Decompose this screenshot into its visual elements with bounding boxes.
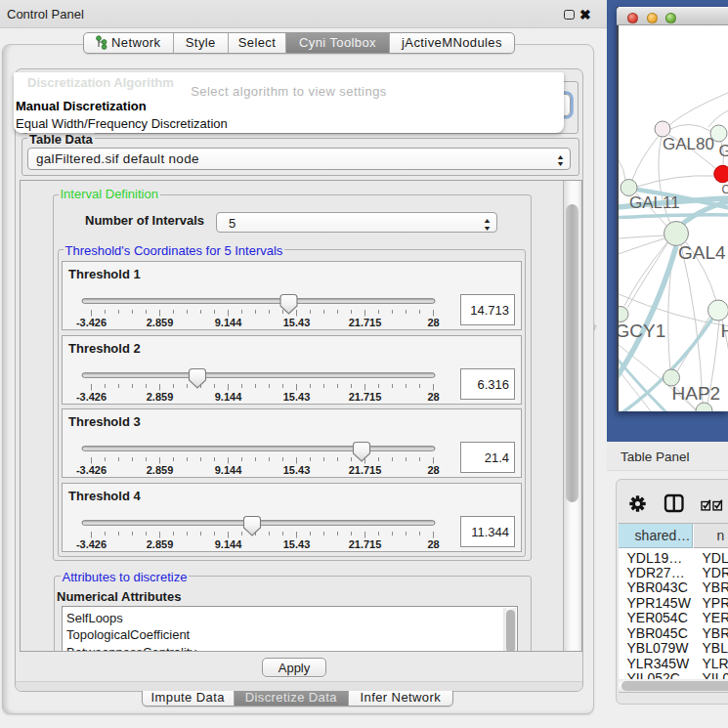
svg-text:-3.426: -3.426 <box>76 464 107 476</box>
svg-text:HAP2: HAP2 <box>672 383 721 404</box>
svg-text:21.715: 21.715 <box>349 538 382 550</box>
svg-text:15.43: 15.43 <box>283 317 311 328</box>
svg-text:GA: GA <box>719 141 728 159</box>
svg-text:-3.426: -3.426 <box>76 317 107 328</box>
svg-text:28: 28 <box>427 464 439 476</box>
svg-text:28: 28 <box>427 317 439 328</box>
svg-text:2.859: 2.859 <box>147 538 174 550</box>
svg-text:9.144: 9.144 <box>215 538 242 550</box>
svg-text:-3.426: -3.426 <box>76 391 107 403</box>
svg-text:GCY1: GCY1 <box>619 321 665 341</box>
svg-text:21.715: 21.715 <box>349 317 382 328</box>
svg-text:21.715: 21.715 <box>349 391 382 403</box>
svg-text:15.43: 15.43 <box>283 391 311 403</box>
svg-text:28: 28 <box>427 538 439 550</box>
svg-text:GAL11: GAL11 <box>629 193 680 211</box>
svg-text:HI: HI <box>721 320 728 340</box>
svg-text:2.859: 2.859 <box>147 317 174 328</box>
svg-text:GAL4: GAL4 <box>678 241 726 262</box>
svg-text:15.43: 15.43 <box>283 538 311 550</box>
svg-text:28: 28 <box>427 391 439 403</box>
svg-text:CY: CY <box>722 183 728 196</box>
svg-text:-3.426: -3.426 <box>76 538 107 550</box>
svg-text:21.715: 21.715 <box>349 464 382 476</box>
svg-text:GAL80: GAL80 <box>663 134 714 152</box>
svg-text:2.859: 2.859 <box>147 464 174 476</box>
svg-text:9.144: 9.144 <box>215 391 242 403</box>
svg-text:9.144: 9.144 <box>215 317 242 328</box>
svg-text:15.43: 15.43 <box>283 464 311 476</box>
svg-text:2.859: 2.859 <box>147 391 174 403</box>
svg-text:9.144: 9.144 <box>215 464 242 476</box>
